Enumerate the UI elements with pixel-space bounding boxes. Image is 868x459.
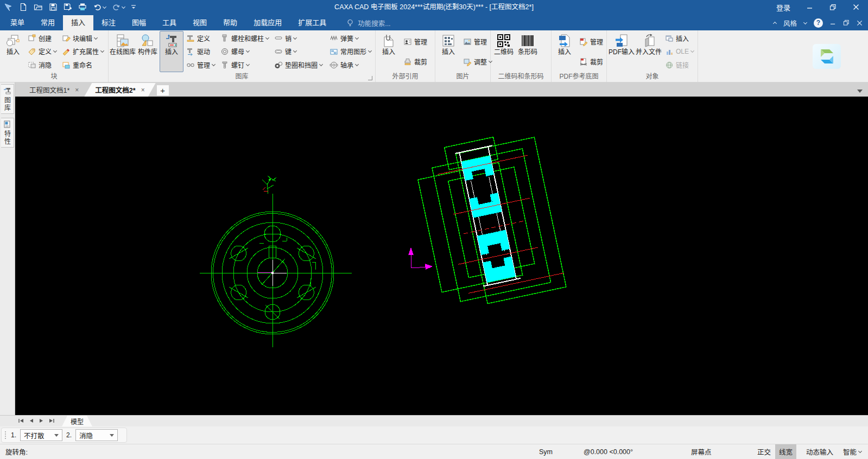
smart-snap-toggle[interactable]: 智能: [839, 444, 865, 459]
qr-code-button[interactable]: 二维码: [492, 31, 516, 72]
qat-customize-button[interactable]: [131, 4, 136, 10]
new-file-button[interactable]: [19, 3, 28, 11]
collapse-ribbon-icon[interactable]: [773, 22, 777, 25]
coordinate-display: @0.000 <0.000°: [584, 444, 633, 459]
bolts-button[interactable]: 螺栓和螺柱: [219, 32, 270, 44]
ortho-toggle[interactable]: 正交: [753, 444, 775, 459]
doc-tab-1[interactable]: 工程图文档1* ×: [18, 83, 90, 97]
menu-tab-view[interactable]: 视图: [185, 15, 215, 30]
xref-clip-button[interactable]: 裁剪: [402, 55, 429, 68]
restore-button[interactable]: [829, 4, 837, 11]
save-as-button[interactable]: [64, 3, 72, 11]
nuts-button[interactable]: 螺母: [219, 45, 270, 58]
menu-tab-tools[interactable]: 工具: [154, 15, 185, 30]
common-shapes-button[interactable]: 常用图形: [328, 45, 373, 58]
close-icon[interactable]: ×: [141, 86, 145, 94]
chevron-down-icon[interactable]: [122, 4, 125, 8]
doc-restore-button[interactable]: [843, 20, 850, 26]
menu-tab-annotate[interactable]: 标注: [93, 15, 124, 30]
object-insert-button[interactable]: 插入: [663, 32, 695, 44]
image-manage-button[interactable]: 管理: [461, 35, 493, 48]
assembly-section-view[interactable]: [413, 129, 567, 313]
menu-tab-help[interactable]: 帮助: [215, 15, 245, 30]
tab-list-dropdown-icon[interactable]: [857, 90, 863, 93]
library-manage-button[interactable]: 管理: [185, 59, 217, 71]
app-logo-icon[interactable]: [4, 3, 13, 12]
dialog-launcher-icon[interactable]: [368, 76, 372, 80]
image-insert-button[interactable]: 插入: [436, 31, 460, 72]
block-rename-button[interactable]: 重命名: [60, 59, 105, 71]
keys-button[interactable]: 键: [273, 45, 326, 58]
ole-button[interactable]: OLE: [663, 45, 695, 58]
drawing-canvas[interactable]: [15, 97, 868, 415]
drag-grip-icon[interactable]: [5, 431, 6, 439]
block-define-button[interactable]: 定义: [26, 45, 58, 58]
new-doc-tab-button[interactable]: +: [157, 85, 169, 95]
block-edit-button[interactable]: 块编辑: [60, 32, 105, 44]
model-sheet-tab[interactable]: 模型: [62, 416, 92, 426]
online-library-button[interactable]: 在线图库: [110, 31, 136, 72]
explode-option-dropdown[interactable]: 不打散: [20, 429, 62, 441]
pins-button[interactable]: 销: [273, 32, 326, 44]
menu-tab-ext-tools[interactable]: 扩展工具: [290, 15, 334, 30]
bearings-button[interactable]: 轴承: [328, 59, 373, 71]
pdf-input-button[interactable]: PDF输入: [608, 31, 635, 72]
block-create-button[interactable]: 创建: [26, 32, 58, 44]
library-drive-button[interactable]: 驱动: [185, 45, 217, 58]
open-file-button[interactable]: [34, 3, 43, 11]
pdf-insert-button[interactable]: 插入: [553, 31, 576, 72]
menu-tab-load-apps[interactable]: 加载应用: [245, 15, 290, 30]
xref-insert-button[interactable]: 插入: [377, 31, 401, 72]
line-width-toggle[interactable]: 线宽: [775, 444, 796, 459]
menu-tab-insert[interactable]: 插入: [63, 15, 93, 30]
sidebar-tab-properties[interactable]: 特性: [1, 118, 14, 148]
washers-button[interactable]: 垫圈和挡圈: [273, 59, 326, 71]
block-hide-button[interactable]: 消隐: [26, 59, 58, 71]
sidebar-tab-library[interactable]: 图库: [1, 84, 14, 114]
block-insert-button[interactable]: 插入: [1, 31, 25, 72]
help-icon[interactable]: ?: [814, 18, 823, 28]
style-button[interactable]: 风格: [783, 18, 797, 28]
component-library-button[interactable]: 构件库: [136, 31, 160, 72]
save-button[interactable]: [49, 3, 58, 11]
link-button[interactable]: 链接: [663, 59, 695, 71]
screen-point-button[interactable]: 屏幕点: [687, 444, 715, 459]
library-manage-icon: [186, 61, 195, 69]
doc-close-button[interactable]: [857, 20, 863, 26]
image-adjust-button[interactable]: 调整: [461, 55, 493, 68]
library-insert-button[interactable]: 插入: [160, 31, 183, 72]
next-sheet-icon[interactable]: [39, 418, 43, 424]
merge-file-button[interactable]: 并入文件: [635, 31, 662, 72]
function-search[interactable]: 功能搜索...: [346, 15, 390, 30]
login-button[interactable]: 登录: [776, 2, 790, 12]
print-button[interactable]: [78, 3, 87, 11]
undo-button[interactable]: [93, 3, 106, 11]
menu-tab-menu[interactable]: 菜单: [2, 15, 33, 30]
dynamic-input-toggle[interactable]: 动态输入: [802, 444, 837, 459]
first-sheet-icon[interactable]: [18, 418, 24, 424]
menu-tab-sheet[interactable]: 图幅: [124, 15, 154, 30]
barcode-button[interactable]: 条形码: [516, 31, 540, 72]
prev-sheet-icon[interactable]: [29, 418, 34, 424]
chevron-down-icon: [53, 49, 57, 53]
screws-button[interactable]: 螺钉: [219, 59, 270, 71]
minimize-button[interactable]: [807, 4, 813, 10]
close-icon[interactable]: ×: [75, 86, 79, 94]
chevron-down-icon[interactable]: [103, 4, 106, 8]
tag-icon: [28, 47, 36, 56]
pdf-manage-button[interactable]: 管理: [578, 35, 605, 48]
flange-top-view[interactable]: [200, 176, 352, 347]
library-define-button[interactable]: 定义: [185, 32, 217, 44]
doc-minimize-button[interactable]: [830, 20, 836, 26]
close-button[interactable]: [853, 4, 859, 10]
menu-tab-home[interactable]: 常用: [33, 15, 63, 30]
hide-option-dropdown[interactable]: 消隐: [75, 429, 118, 441]
last-sheet-icon[interactable]: [49, 418, 54, 424]
xref-manage-button[interactable]: 管理: [402, 35, 429, 48]
doc-tab-2[interactable]: 工程图文档2* ×: [84, 83, 155, 97]
redo-button[interactable]: [112, 3, 125, 11]
block-ext-attr-button[interactable]: 扩充属性: [60, 45, 105, 58]
springs-button[interactable]: 弹簧: [328, 32, 373, 44]
pdf-clip-button[interactable]: 裁剪: [578, 55, 605, 68]
chevron-down-icon[interactable]: [803, 20, 807, 24]
